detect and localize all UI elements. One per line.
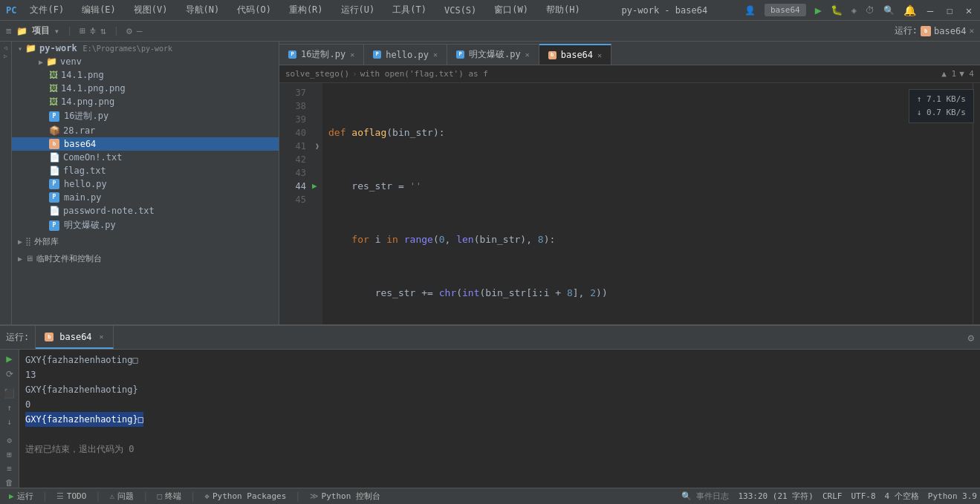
- breadcrumb-item2[interactable]: with open('flag.txt') as f: [360, 69, 488, 79]
- run-filter-icon[interactable]: ⚙: [7, 436, 12, 445]
- sidebar-item-mingwen[interactable]: P 明文爆破.py: [12, 217, 279, 233]
- breadcrumb-sep1: ›: [352, 69, 357, 79]
- menu-help[interactable]: 帮助(H): [542, 2, 585, 18]
- run-control-sidebar: ▶ ⟳ ⬛ ↑ ↓ ⚙ ⊞ ≡ 🗑: [0, 350, 19, 488]
- close-button[interactable]: ✕: [964, 5, 974, 16]
- sidebar-item-14-png-png[interactable]: 🖼 14.png.png: [12, 95, 279, 108]
- status-python-console-tab[interactable]: ≫ Python 控制台: [304, 488, 386, 504]
- menu-window[interactable]: 窗口(W): [490, 2, 533, 18]
- sidebar-item-comeon[interactable]: 📄 ComeOn!.txt: [12, 151, 279, 164]
- debug-button[interactable]: 🐛: [831, 4, 843, 16]
- run-layout-icon[interactable]: ⊞: [7, 450, 12, 459]
- editor-area: P 16进制.py ✕ P hello.py ✕ P 明文爆破.py ✕: [279, 42, 980, 324]
- profile-button[interactable]: ⏱: [866, 5, 874, 16]
- sidebar-item-base64[interactable]: b base64: [12, 137, 279, 151]
- sidebar-toggle-icon[interactable]: ≡: [6, 25, 12, 36]
- tab-close-icon3[interactable]: ✕: [525, 50, 530, 59]
- status-python-version[interactable]: Python 3.9: [928, 491, 977, 501]
- sidebar-icon-1[interactable]: ◁: [4, 45, 7, 51]
- menu-tools[interactable]: 工具(T): [388, 2, 431, 18]
- section-temp-files[interactable]: ▶ 🖥 临时文件和控制台: [12, 250, 279, 267]
- status-problems-tab[interactable]: ⚠ 问题: [104, 488, 140, 504]
- tab-hello[interactable]: P hello.py ✕: [364, 44, 447, 65]
- menu-refactor[interactable]: 重构(R): [285, 2, 328, 18]
- menu-run[interactable]: 运行(U): [337, 2, 380, 18]
- menu-view[interactable]: 视图(V): [129, 2, 172, 18]
- toolbar-collapse-icon[interactable]: —: [137, 25, 143, 36]
- run-button[interactable]: ▶: [815, 4, 822, 17]
- minimize-button[interactable]: —: [925, 5, 935, 16]
- status-todo-tab[interactable]: ☰ TODO: [51, 488, 93, 504]
- sidebar-item-main[interactable]: P main.py: [12, 191, 279, 204]
- user-icon[interactable]: 👤: [744, 5, 756, 16]
- toolbar-sort-icon[interactable]: ≑: [90, 25, 96, 36]
- file-icon: P: [49, 111, 59, 122]
- status-search-icon[interactable]: 🔍 事件日志: [681, 491, 730, 502]
- status-encoding[interactable]: UTF-8: [851, 491, 875, 501]
- toolbar-layout-icon[interactable]: ⊞: [79, 25, 85, 36]
- tab-icon: P: [288, 50, 296, 59]
- sidebar-item-hello[interactable]: P hello.py: [12, 177, 279, 191]
- editor-tabs: P 16进制.py ✕ P hello.py ✕ P 明文爆破.py ✕: [279, 42, 980, 65]
- run-play-icon[interactable]: ▶: [6, 353, 12, 364]
- status-indent[interactable]: 4 个空格: [885, 491, 919, 502]
- run-stop-icon[interactable]: ⬛: [4, 388, 15, 399]
- file-icon: P: [49, 220, 59, 231]
- menu-nav[interactable]: 导航(N): [181, 2, 224, 18]
- sidebar-item-14-1-png[interactable]: 🖼 14.1.png: [12, 68, 279, 82]
- file-icon: 🖼: [49, 70, 58, 80]
- menu-edit[interactable]: 编辑(E): [77, 2, 120, 18]
- file-icon: 🖼: [49, 96, 58, 107]
- status-run-tab[interactable]: ▶ 运行: [3, 488, 39, 504]
- tab-base64[interactable]: b base64 ✕: [539, 44, 611, 65]
- section-external-libs[interactable]: ▶ ⣿ 外部库: [12, 233, 279, 250]
- run-config-close[interactable]: ✕: [969, 26, 974, 36]
- sidebar-item-flag[interactable]: 📄 flag.txt: [12, 164, 279, 177]
- tab-16hex[interactable]: P 16进制.py ✕: [279, 44, 364, 65]
- toolbar-sort2-icon[interactable]: ⇅: [100, 25, 106, 36]
- run-label: 运行:: [895, 24, 918, 37]
- tab-close-icon[interactable]: ✕: [350, 50, 354, 59]
- coverage-button[interactable]: ◈: [851, 5, 857, 16]
- notification-icon[interactable]: 🔔: [903, 4, 916, 16]
- run-down-icon[interactable]: ↓: [7, 417, 12, 427]
- code-editor[interactable]: def aoflag(bin_str): res_str = '' for i …: [322, 83, 973, 324]
- project-root[interactable]: ▾ 📁 py-work E:\Programes\py-work: [12, 42, 279, 55]
- sidebar-icon-2[interactable]: ▷: [4, 53, 7, 59]
- file-icon: 📄: [49, 152, 60, 163]
- bottom-tab-base64[interactable]: b base64 ✕: [36, 326, 113, 349]
- status-line-ending[interactable]: CRLF: [822, 491, 843, 501]
- run-trash-icon[interactable]: 🗑: [5, 478, 13, 488]
- status-terminal-tab[interactable]: □ 终端: [151, 488, 187, 504]
- menu-code[interactable]: 代码(O): [233, 2, 276, 18]
- run-sort-icon[interactable]: ≡: [7, 464, 12, 474]
- status-position[interactable]: 133:20 (21 字符): [738, 491, 813, 502]
- sidebar-item-14-1-png-png[interactable]: 🖼 14.1.png.png: [12, 82, 279, 95]
- sidebar-item-password-note[interactable]: 📄 password-note.txt: [12, 204, 279, 217]
- bottom-tab-close[interactable]: ✕: [100, 333, 104, 341]
- menu-file[interactable]: 文件(F): [25, 2, 68, 18]
- sidebar-item-16hex[interactable]: P 16进制.py: [12, 108, 279, 124]
- bottom-panel-settings-icon[interactable]: ⚙: [968, 332, 974, 344]
- tab-close-icon2[interactable]: ✕: [433, 50, 438, 59]
- project-path: E:\Programes\py-work: [83, 45, 172, 53]
- tab-mingwen[interactable]: P 明文爆破.py ✕: [447, 44, 539, 65]
- bottom-tab-name-base64: base64: [59, 332, 91, 342]
- line-num-44: 44: [279, 180, 306, 193]
- search-button[interactable]: 🔍: [883, 5, 895, 16]
- tab-close-icon4[interactable]: ✕: [597, 51, 602, 59]
- maximize-button[interactable]: ☐: [944, 5, 955, 16]
- project-dropdown-icon[interactable]: ▾: [54, 26, 59, 36]
- status-python-packages-tab[interactable]: ❖ Python Packages: [198, 488, 292, 504]
- sidebar-item-venv[interactable]: ▶ 📁 venv: [12, 55, 279, 68]
- run-up-icon[interactable]: ↑: [7, 403, 12, 413]
- status-terminal-label: 终端: [165, 491, 181, 502]
- toolbar-settings-icon[interactable]: ⚙: [126, 25, 132, 36]
- run-output[interactable]: GXY{fazhazhenhaoting□ 13 GXY{fazhazhenha…: [19, 350, 980, 488]
- sidebar-item-28-rar[interactable]: 📦 28.rar: [12, 124, 279, 137]
- run-rerun-icon[interactable]: ⟳: [6, 369, 13, 379]
- breadcrumb-item1[interactable]: solve_stego(): [285, 69, 349, 79]
- menu-vcs[interactable]: VCS(S): [440, 4, 481, 17]
- branch-selector[interactable]: base64: [765, 4, 806, 16]
- status-packages-icon: ❖: [204, 491, 210, 501]
